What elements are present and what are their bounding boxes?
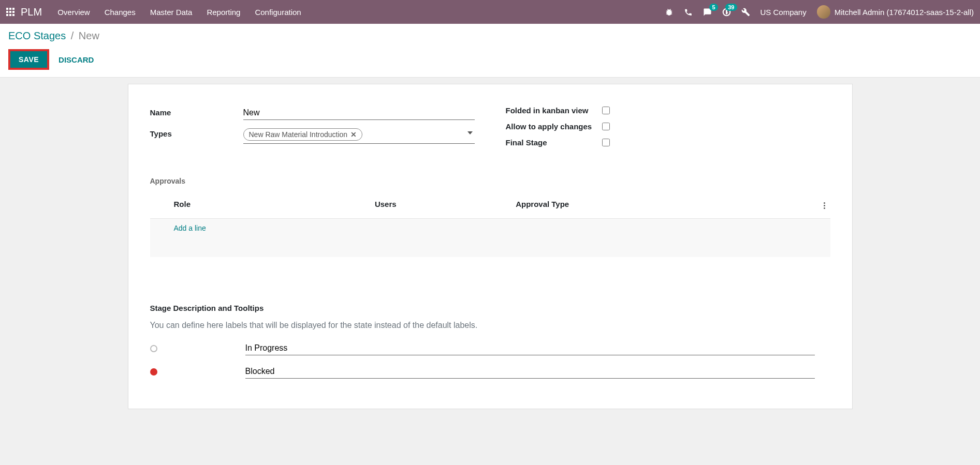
debug-icon[interactable] <box>665 8 674 17</box>
final-checkbox[interactable] <box>602 139 610 146</box>
state-blocked-dot <box>150 368 157 376</box>
company-switcher[interactable]: US Company <box>760 8 807 17</box>
user-menu[interactable]: Mitchell Admin (17674012-saas-15-2-all) <box>817 5 974 19</box>
types-field[interactable]: New Raw Material Introduction ✕ <box>243 127 475 144</box>
tools-icon[interactable] <box>741 8 750 17</box>
navbar: PLM Overview Changes Master Data Reporti… <box>0 0 980 24</box>
messaging-icon[interactable]: 5 <box>703 8 712 17</box>
table-row: Add a line <box>150 219 830 238</box>
folded-checkbox[interactable] <box>602 107 610 114</box>
phone-icon[interactable] <box>684 8 693 17</box>
save-button[interactable]: SAVE <box>10 51 47 68</box>
final-label: Final Stage <box>506 138 602 147</box>
types-tag: New Raw Material Introduction ✕ <box>243 128 363 141</box>
approvals-title: Approvals <box>150 177 830 185</box>
nav-changes[interactable]: Changes <box>105 8 136 17</box>
activities-icon[interactable]: 39 <box>722 8 731 17</box>
avatar <box>817 5 830 19</box>
apps-icon[interactable] <box>6 8 14 16</box>
state-blocked-input[interactable] <box>245 365 815 379</box>
nav-configuration[interactable]: Configuration <box>255 8 301 17</box>
breadcrumb-parent[interactable]: ECO Stages <box>8 30 66 41</box>
breadcrumb-current: New <box>79 30 99 41</box>
name-label: Name <box>150 106 243 117</box>
folded-label: Folded in kanban view <box>506 106 602 115</box>
add-line-button[interactable]: Add a line <box>174 224 206 232</box>
allow-label: Allow to apply changes <box>506 122 602 131</box>
brand[interactable]: PLM <box>21 6 42 18</box>
table-row <box>150 237 830 257</box>
systray: 5 39 US Company Mitchell Admin (17674012… <box>665 5 974 19</box>
name-input[interactable] <box>243 106 475 120</box>
chevron-down-icon[interactable] <box>467 131 473 134</box>
desc-hint: You can define here labels that will be … <box>150 321 830 330</box>
col-users: Users <box>372 191 513 219</box>
col-type: Approval Type <box>513 191 814 219</box>
kebab-icon[interactable] <box>822 200 827 211</box>
remove-tag-icon[interactable]: ✕ <box>350 130 357 139</box>
state-normal-dot <box>150 345 157 352</box>
save-highlight: SAVE <box>8 49 49 70</box>
allow-checkbox[interactable] <box>602 123 610 130</box>
discard-button[interactable]: DISCARD <box>56 51 96 68</box>
form-view: Name Types New Raw Material Introduction… <box>128 84 853 409</box>
desc-title: Stage Description and Tooltips <box>150 304 830 312</box>
col-role: Role <box>150 191 372 219</box>
activities-badge: 39 <box>725 4 737 11</box>
user-name: Mitchell Admin (17674012-saas-15-2-all) <box>835 8 974 17</box>
nav-links: Overview Changes Master Data Reporting C… <box>57 8 301 17</box>
nav-overview[interactable]: Overview <box>57 8 90 17</box>
approvals-table: Role Users Approval Type Add a line <box>150 191 830 257</box>
nav-reporting[interactable]: Reporting <box>207 8 240 17</box>
control-panel: ECO Stages / New SAVE DISCARD <box>0 24 980 78</box>
messaging-badge: 5 <box>709 4 718 11</box>
types-label: Types <box>150 127 243 138</box>
col-actions <box>815 191 830 219</box>
nav-master-data[interactable]: Master Data <box>150 8 193 17</box>
breadcrumb: ECO Stages / New <box>8 30 972 42</box>
state-normal-input[interactable] <box>245 341 815 355</box>
